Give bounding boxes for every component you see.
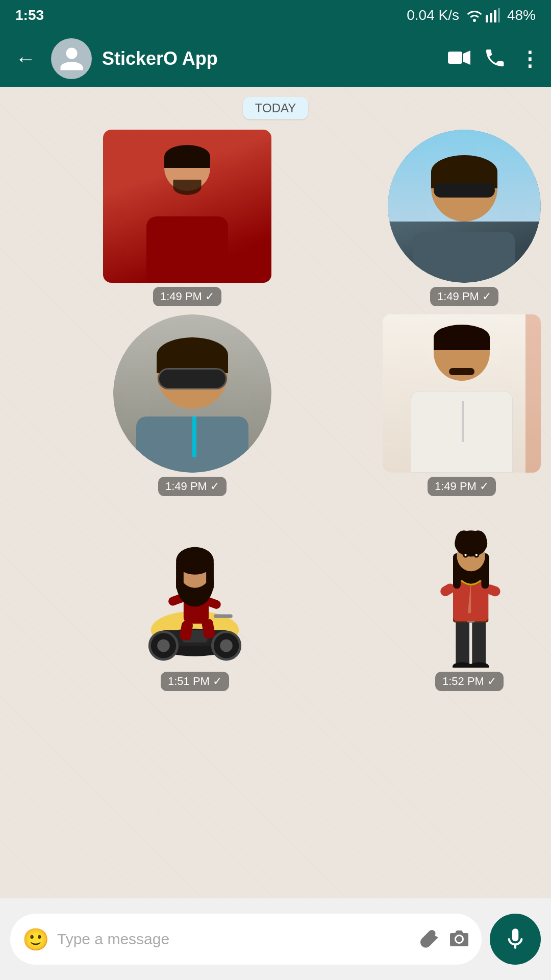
svg-point-11 [157, 640, 170, 652]
back-button[interactable]: ← [10, 42, 41, 76]
more-options-button[interactable]: ⋮ [519, 47, 541, 70]
sticker-item-1b[interactable]: 1:49 PM ✓ [388, 130, 541, 306]
message-input-wrap[interactable]: 🙂 Type a message [10, 914, 482, 965]
header-action-icons: ⋮ [448, 47, 541, 70]
svg-rect-28 [456, 619, 469, 668]
message-row-3: 1:51 PM ✓ [5, 504, 546, 691]
chat-header: ← StickerO App ⋮ [0, 31, 551, 87]
svg-point-27 [198, 568, 203, 573]
attach-button[interactable] [420, 928, 441, 950]
svg-point-26 [187, 568, 192, 573]
input-bar: 🙂 Type a message [0, 898, 551, 980]
emoji-button[interactable]: 🙂 [22, 927, 49, 952]
attach-icon [420, 928, 441, 948]
svg-rect-1 [490, 13, 492, 22]
signal-icon [486, 8, 500, 22]
status-right: 0.04 K/s 48% [407, 7, 536, 23]
sticker-image-2b [383, 314, 541, 473]
sticker-item-2b[interactable]: 1:49 PM ✓ [383, 314, 541, 496]
date-badge: TODAY [5, 97, 546, 119]
timestamp-3b: 1:52 PM ✓ [435, 672, 504, 691]
svg-marker-5 [463, 51, 470, 65]
timestamp-1b: 1:49 PM ✓ [430, 287, 498, 306]
timestamp-3a: 1:51 PM ✓ [161, 672, 229, 691]
message-row-2: 1:49 PM ✓ [5, 314, 546, 496]
video-call-button[interactable] [448, 50, 470, 68]
phone-call-button[interactable] [486, 48, 504, 69]
messages-list: 1:49 PM ✓ [5, 130, 546, 691]
camera-icon [449, 928, 469, 948]
svg-point-45 [469, 530, 487, 552]
network-speed: 0.04 K/s [407, 7, 459, 23]
avatar-icon [58, 45, 86, 73]
video-call-icon [448, 50, 470, 66]
sticker-item-2a[interactable]: 1:49 PM ✓ [113, 314, 271, 496]
svg-point-49 [475, 554, 478, 556]
svg-rect-4 [448, 52, 462, 64]
cartoon-biker-sticker [118, 504, 271, 668]
svg-rect-24 [176, 559, 184, 591]
contact-avatar[interactable] [51, 38, 92, 79]
sticker-item-3b[interactable]: 1:52 PM ✓ [398, 504, 541, 691]
movie-hero-sticker [398, 504, 541, 668]
svg-rect-25 [206, 559, 214, 591]
message-row-1: 1:49 PM ✓ [5, 130, 546, 306]
status-bar: 1:53 0.04 K/s 48% [0, 0, 551, 31]
svg-rect-29 [472, 619, 486, 668]
mic-button[interactable] [490, 914, 541, 965]
sticker-image-1b [388, 130, 541, 283]
timestamp-2b: 1:49 PM ✓ [428, 477, 496, 496]
sticker-image-1a [103, 130, 271, 283]
message-input[interactable]: Type a message [57, 930, 412, 948]
signal-icons [466, 8, 500, 22]
sticker-image-2a [113, 314, 271, 473]
sticker-image-3b [398, 504, 541, 668]
battery-level: 48% [507, 7, 536, 23]
phone-call-icon [486, 48, 504, 67]
svg-rect-2 [494, 10, 496, 22]
svg-rect-14 [214, 614, 233, 618]
svg-point-48 [464, 554, 466, 556]
timestamp-2a: 1:49 PM ✓ [158, 477, 227, 496]
timestamp-1a: 1:49 PM ✓ [153, 287, 221, 306]
wifi-icon [466, 9, 483, 22]
contact-name[interactable]: StickerO App [102, 48, 438, 69]
svg-rect-0 [486, 15, 488, 22]
chat-area: TODAY [0, 87, 551, 898]
svg-rect-3 [498, 8, 500, 22]
sticker-image-3a [118, 504, 271, 668]
camera-button[interactable] [449, 928, 469, 950]
svg-point-13 [220, 640, 233, 652]
sticker-item-1a[interactable]: 1:49 PM ✓ [103, 130, 271, 306]
status-time: 1:53 [15, 7, 44, 23]
mic-icon [503, 926, 528, 952]
sticker-item-3a[interactable]: 1:51 PM ✓ [118, 504, 271, 691]
